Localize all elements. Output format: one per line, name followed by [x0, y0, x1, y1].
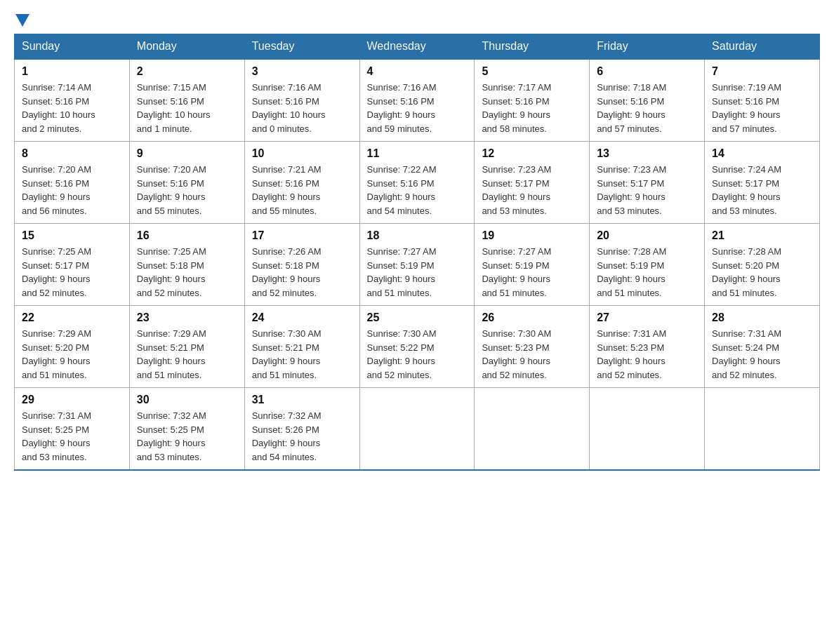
day-info: Sunrise: 7:20 AMSunset: 5:16 PMDaylight:… [137, 163, 237, 217]
day-number: 25 [367, 311, 468, 324]
day-info: Sunrise: 7:23 AMSunset: 5:17 PMDaylight:… [482, 163, 582, 217]
calendar-cell: 18Sunrise: 7:27 AMSunset: 5:19 PMDayligh… [359, 224, 475, 306]
day-info: Sunrise: 7:26 AMSunset: 5:18 PMDaylight:… [252, 245, 352, 300]
calendar-cell: 5Sunrise: 7:17 AMSunset: 5:16 PMDaylight… [475, 59, 590, 142]
calendar-cell [359, 388, 475, 471]
calendar-cell [705, 388, 820, 471]
day-number: 3 [252, 65, 352, 78]
column-header-saturday: Saturday [705, 34, 820, 60]
day-info: Sunrise: 7:27 AMSunset: 5:19 PMDaylight:… [367, 245, 468, 300]
day-number: 19 [482, 229, 582, 242]
calendar-cell: 30Sunrise: 7:32 AMSunset: 5:25 PMDayligh… [129, 388, 244, 471]
day-info: Sunrise: 7:31 AMSunset: 5:24 PMDaylight:… [712, 327, 812, 382]
day-number: 21 [712, 229, 812, 242]
day-number: 30 [137, 394, 237, 406]
day-number: 2 [137, 65, 237, 78]
day-info: Sunrise: 7:17 AMSunset: 5:16 PMDaylight:… [482, 81, 582, 135]
day-number: 15 [22, 229, 122, 242]
day-number: 8 [22, 147, 122, 160]
calendar-cell: 13Sunrise: 7:23 AMSunset: 5:17 PMDayligh… [590, 142, 705, 224]
calendar-cell: 14Sunrise: 7:24 AMSunset: 5:17 PMDayligh… [705, 142, 820, 224]
calendar-cell: 25Sunrise: 7:30 AMSunset: 5:22 PMDayligh… [359, 306, 475, 388]
day-info: Sunrise: 7:29 AMSunset: 5:20 PMDaylight:… [22, 327, 122, 382]
day-info: Sunrise: 7:31 AMSunset: 5:25 PMDaylight:… [22, 409, 122, 464]
page-header [14, 14, 820, 27]
column-header-sunday: Sunday [15, 34, 130, 60]
calendar-week-row: 8Sunrise: 7:20 AMSunset: 5:16 PMDaylight… [15, 142, 820, 224]
day-number: 1 [22, 65, 122, 78]
calendar-cell [590, 388, 705, 471]
calendar-cell: 21Sunrise: 7:28 AMSunset: 5:20 PMDayligh… [705, 224, 820, 306]
day-info: Sunrise: 7:19 AMSunset: 5:16 PMDaylight:… [712, 81, 812, 135]
calendar-cell: 3Sunrise: 7:16 AMSunset: 5:16 PMDaylight… [244, 59, 359, 142]
day-number: 31 [252, 394, 352, 406]
day-info: Sunrise: 7:30 AMSunset: 5:22 PMDaylight:… [367, 327, 468, 382]
day-info: Sunrise: 7:29 AMSunset: 5:21 PMDaylight:… [137, 327, 237, 382]
calendar-cell: 2Sunrise: 7:15 AMSunset: 5:16 PMDaylight… [129, 59, 244, 142]
calendar-cell: 11Sunrise: 7:22 AMSunset: 5:16 PMDayligh… [359, 142, 475, 224]
day-info: Sunrise: 7:30 AMSunset: 5:21 PMDaylight:… [252, 327, 352, 382]
day-number: 14 [712, 147, 812, 160]
day-number: 24 [252, 311, 352, 324]
day-number: 20 [597, 229, 697, 242]
day-info: Sunrise: 7:18 AMSunset: 5:16 PMDaylight:… [597, 81, 697, 135]
column-header-wednesday: Wednesday [359, 34, 475, 60]
column-header-monday: Monday [129, 34, 244, 60]
day-number: 17 [252, 229, 352, 242]
day-info: Sunrise: 7:28 AMSunset: 5:20 PMDaylight:… [712, 245, 812, 300]
calendar-cell: 7Sunrise: 7:19 AMSunset: 5:16 PMDaylight… [705, 59, 820, 142]
day-number: 12 [482, 147, 582, 160]
day-number: 23 [137, 311, 237, 324]
day-info: Sunrise: 7:25 AMSunset: 5:18 PMDaylight:… [137, 245, 237, 300]
day-info: Sunrise: 7:23 AMSunset: 5:17 PMDaylight:… [597, 163, 697, 217]
day-info: Sunrise: 7:16 AMSunset: 5:16 PMDaylight:… [252, 81, 352, 135]
calendar-cell: 20Sunrise: 7:28 AMSunset: 5:19 PMDayligh… [590, 224, 705, 306]
column-header-tuesday: Tuesday [244, 34, 359, 60]
calendar-cell: 24Sunrise: 7:30 AMSunset: 5:21 PMDayligh… [244, 306, 359, 388]
day-number: 7 [712, 65, 812, 78]
day-number: 22 [22, 311, 122, 324]
day-info: Sunrise: 7:20 AMSunset: 5:16 PMDaylight:… [22, 163, 122, 217]
calendar-week-row: 22Sunrise: 7:29 AMSunset: 5:20 PMDayligh… [15, 306, 820, 388]
calendar-cell: 22Sunrise: 7:29 AMSunset: 5:20 PMDayligh… [15, 306, 130, 388]
day-info: Sunrise: 7:31 AMSunset: 5:23 PMDaylight:… [597, 327, 697, 382]
calendar-cell: 1Sunrise: 7:14 AMSunset: 5:16 PMDaylight… [15, 59, 130, 142]
calendar-cell: 27Sunrise: 7:31 AMSunset: 5:23 PMDayligh… [590, 306, 705, 388]
calendar-cell: 17Sunrise: 7:26 AMSunset: 5:18 PMDayligh… [244, 224, 359, 306]
day-info: Sunrise: 7:14 AMSunset: 5:16 PMDaylight:… [22, 81, 122, 135]
calendar-cell: 23Sunrise: 7:29 AMSunset: 5:21 PMDayligh… [129, 306, 244, 388]
calendar-cell: 9Sunrise: 7:20 AMSunset: 5:16 PMDaylight… [129, 142, 244, 224]
logo-triangle-icon [15, 14, 29, 27]
day-info: Sunrise: 7:25 AMSunset: 5:17 PMDaylight:… [22, 245, 122, 300]
calendar-week-row: 1Sunrise: 7:14 AMSunset: 5:16 PMDaylight… [15, 59, 820, 142]
day-number: 5 [482, 65, 582, 78]
calendar-cell: 19Sunrise: 7:27 AMSunset: 5:19 PMDayligh… [475, 224, 590, 306]
calendar-cell: 26Sunrise: 7:30 AMSunset: 5:23 PMDayligh… [475, 306, 590, 388]
day-number: 13 [597, 147, 697, 160]
calendar-cell: 4Sunrise: 7:16 AMSunset: 5:16 PMDaylight… [359, 59, 475, 142]
calendar-cell [475, 388, 590, 471]
calendar-week-row: 29Sunrise: 7:31 AMSunset: 5:25 PMDayligh… [15, 388, 820, 471]
day-info: Sunrise: 7:16 AMSunset: 5:16 PMDaylight:… [367, 81, 468, 135]
calendar-cell: 15Sunrise: 7:25 AMSunset: 5:17 PMDayligh… [15, 224, 130, 306]
day-number: 18 [367, 229, 468, 242]
day-number: 10 [252, 147, 352, 160]
calendar-cell: 10Sunrise: 7:21 AMSunset: 5:16 PMDayligh… [244, 142, 359, 224]
day-number: 26 [482, 311, 582, 324]
day-number: 28 [712, 311, 812, 324]
day-number: 29 [22, 394, 122, 406]
calendar-cell: 16Sunrise: 7:25 AMSunset: 5:18 PMDayligh… [129, 224, 244, 306]
calendar-cell: 28Sunrise: 7:31 AMSunset: 5:24 PMDayligh… [705, 306, 820, 388]
day-info: Sunrise: 7:27 AMSunset: 5:19 PMDaylight:… [482, 245, 582, 300]
day-info: Sunrise: 7:32 AMSunset: 5:26 PMDaylight:… [252, 409, 352, 464]
day-number: 9 [137, 147, 237, 160]
day-number: 6 [597, 65, 697, 78]
column-header-thursday: Thursday [475, 34, 590, 60]
day-number: 16 [137, 229, 237, 242]
calendar-cell: 6Sunrise: 7:18 AMSunset: 5:16 PMDaylight… [590, 59, 705, 142]
calendar-cell: 8Sunrise: 7:20 AMSunset: 5:16 PMDaylight… [15, 142, 130, 224]
calendar-week-row: 15Sunrise: 7:25 AMSunset: 5:17 PMDayligh… [15, 224, 820, 306]
day-info: Sunrise: 7:28 AMSunset: 5:19 PMDaylight:… [597, 245, 697, 300]
day-number: 4 [367, 65, 468, 78]
day-number: 11 [367, 147, 468, 160]
